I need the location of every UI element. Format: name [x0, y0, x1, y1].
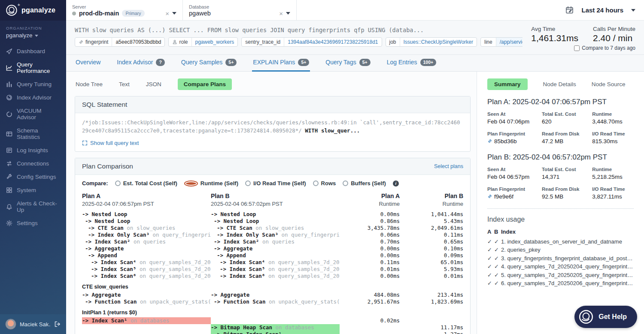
brand[interactable]: + pganalyze: [0, 0, 66, 21]
calendar-icon[interactable]: [565, 6, 574, 14]
time-range-selector[interactable]: Last 24 hours: [581, 6, 623, 14]
plan-b-node[interactable]: -> Index Scan⁴ on query_samples_7d_20250…: [211, 259, 340, 266]
plan-a-node[interactable]: -> Index Only Scan³ on query_fingerprint…: [82, 232, 211, 238]
plan-a-node[interactable]: [82, 324, 211, 331]
time-range-chevron-down-icon[interactable]: [631, 9, 635, 12]
plan-a-node[interactable]: -> Index Scan⁴ on query_samples_7d_20250…: [82, 259, 211, 266]
tab-index-advisor[interactable]: Index Advisor?: [116, 55, 165, 72]
plan-b-node[interactable]: -> Index Scan⁶ on query_samples_7d_20250…: [211, 273, 340, 280]
user-bar[interactable]: Maciek Sak…: [0, 314, 66, 334]
sidebar-item-log-insights[interactable]: Log Insights: [0, 144, 66, 157]
subtab-compare-plans[interactable]: Compare Plans: [178, 78, 232, 90]
database-clear-icon[interactable]: ×: [279, 10, 283, 17]
database-selector[interactable]: Database pgaweb ×: [183, 0, 297, 20]
radio-icon[interactable]: [245, 181, 251, 186]
compare-option-rows[interactable]: Rows: [313, 180, 336, 187]
plan-a-node[interactable]: -> Nested Loop: [82, 211, 211, 218]
query-preview[interactable]: WITH slow_queries AS (...) SELECT ... FR…: [75, 27, 522, 33]
plan-a-node[interactable]: -> Nested Loop: [82, 218, 211, 225]
plan-b-node[interactable]: -> Bitmap Index Scan¹: [211, 331, 340, 334]
index-usage-row[interactable]: ✓✓4. query_samples_7d_20250204_query_fin…: [487, 262, 634, 271]
tab-query-tags[interactable]: Query Tags5+: [325, 55, 371, 72]
index-usage-row[interactable]: ✓✓5. query_samples_7d_20250205_query_fin…: [487, 271, 634, 280]
plan-b-node[interactable]: -> Index Only Scan³ on query_fingerprint…: [211, 232, 340, 238]
plan-b-node[interactable]: -> Function Scan on unpack_query_stats(……: [211, 298, 340, 305]
radio-icon[interactable]: [313, 181, 319, 186]
server-chevron-down-icon[interactable]: [172, 12, 176, 15]
query-tag-sentry-trace-id[interactable]: sentry_trace_id1394aaf84a3e4236969172382…: [241, 37, 382, 47]
org-switcher[interactable]: ORGANIZATION pganalyze: [0, 21, 66, 43]
plan-b-node[interactable]: -> Bitmap Heap Scan on databases: [211, 324, 340, 331]
plan-b-node[interactable]: -> CTE Scan on slow_queries: [211, 225, 340, 232]
select-plans-link[interactable]: Select plans: [434, 163, 463, 169]
plan-b-node[interactable]: -> Nested Loop: [211, 218, 340, 225]
plan-a-node[interactable]: -> Index Scan¹ on databases: [82, 317, 211, 324]
query-tag-role[interactable]: rolepgaweb_workers: [168, 37, 238, 47]
details-tab-node-source[interactable]: Node Source: [592, 81, 626, 87]
plan-a-node[interactable]: -> Aggregate: [82, 292, 211, 298]
query-tag-line[interactable]: line/app/services/checks/queries/slownes…: [480, 37, 522, 47]
database-chevron-down-icon[interactable]: [286, 12, 290, 15]
sidebar-item-system[interactable]: System: [0, 184, 66, 197]
compare-option-i-o-read-time-self[interactable]: I/O Read Time (Self): [245, 180, 306, 187]
plan-b-node[interactable]: -> Aggregate: [211, 292, 340, 298]
plan-a-node[interactable]: -> Append: [82, 252, 211, 259]
plan-b-node[interactable]: -> Append: [211, 252, 340, 259]
plan-b-node[interactable]: -> Nested Loop: [211, 211, 340, 218]
plan-b-node[interactable]: -> Index Scan² on queries: [211, 238, 340, 245]
compare-option-buffers-self[interactable]: Buffers (Self): [343, 180, 386, 187]
sidebar-item-query-tuning[interactable]: Query Tuning: [0, 78, 66, 91]
query-tag-fingerprint[interactable]: fingerprinta5eec870953bdbbd: [75, 37, 165, 47]
server-selector[interactable]: Server prod-db-main Primary ×: [66, 0, 183, 20]
plan-a-node[interactable]: [82, 331, 211, 334]
tab-explain-plans[interactable]: EXPLAIN Plans5+: [252, 55, 310, 72]
sidebar-item-index-advisor[interactable]: Index Advisor: [0, 91, 66, 104]
query-tag-job[interactable]: jobIssues::CheckUpSingleWorker: [386, 37, 477, 47]
compare-7-days-input[interactable]: [574, 45, 580, 51]
plan-a-node[interactable]: -> Index Scan⁶ on query_samples_7d_20250…: [82, 273, 211, 280]
subtab-json[interactable]: JSON: [146, 81, 161, 87]
plan-a-node[interactable]: -> Index Scan⁵ on query_samples_7d_20250…: [82, 266, 211, 273]
plan-a-node[interactable]: -> CTE Scan on slow_queries: [82, 225, 211, 232]
sidebar-item-query-performance[interactable]: Query Performance: [0, 58, 66, 78]
sidebar-item-dashboard[interactable]: Dashboard: [0, 45, 66, 58]
plan-a-node[interactable]: -> Index Scan² on queries: [82, 238, 211, 245]
radio-icon[interactable]: [343, 181, 348, 186]
subtab-node-tree[interactable]: Node Tree: [76, 81, 103, 87]
compare-7-days-checkbox[interactable]: Compare to 7 days ago: [574, 45, 635, 51]
server-clear-icon[interactable]: ×: [165, 10, 169, 17]
tag-value[interactable]: /app/services/checks/queries/slowness.rb…: [496, 38, 522, 46]
compare-option-runtime-self[interactable]: Runtime (Self): [184, 180, 238, 187]
radio-icon[interactable]: [115, 181, 121, 186]
tab-overview[interactable]: Overview: [75, 55, 101, 72]
plan-b-node[interactable]: [211, 317, 340, 324]
tab-query-samples[interactable]: Query Samples5+: [180, 55, 237, 72]
sidebar-item-settings[interactable]: Settings: [0, 217, 66, 230]
plan-b-node[interactable]: -> Aggregate: [211, 245, 340, 252]
details-tab-summary[interactable]: Summary: [487, 78, 528, 90]
info-icon[interactable]: i: [393, 181, 399, 187]
plan-a-node[interactable]: -> Function Scan on unpack_query_stats(……: [82, 298, 211, 305]
sidebar-item-alerts-check-up[interactable]: Alerts & Check-Up: [0, 197, 66, 217]
index-usage-row[interactable]: ✓✓1. index_databases_on_server_id_and_da…: [487, 238, 634, 246]
plan-b-node[interactable]: -> Index Scan⁵ on query_samples_7d_20250…: [211, 266, 340, 273]
plan-a-node[interactable]: -> Aggregate: [82, 245, 211, 252]
index-usage-row[interactable]: ✓✓3. query_fingerprints_fingerprint_data…: [487, 254, 634, 263]
index-usage-row[interactable]: ✓✓6. query_samples_7d_20250206_query_fin…: [487, 279, 634, 288]
show-full-query-link[interactable]: Show full query text: [75, 136, 470, 151]
logout-icon[interactable]: [54, 321, 61, 328]
sidebar-item-connections[interactable]: Connections: [0, 157, 66, 170]
subtab-text[interactable]: Text: [119, 81, 130, 87]
tag-value[interactable]: 1394aaf84a3e423696917238225918d1: [284, 38, 381, 46]
sidebar-item-config-settings[interactable]: Config Settings: [0, 170, 66, 184]
sidebar-item-schema-statistics[interactable]: Schema Statistics: [0, 124, 66, 144]
radio-icon[interactable]: [184, 181, 198, 187]
get-help-button[interactable]: Get Help: [574, 306, 637, 328]
details-tab-node-details[interactable]: Node Details: [543, 81, 576, 87]
compare-option-est-total-cost-self[interactable]: Est. Total Cost (Self): [115, 180, 177, 187]
index-usage-row[interactable]: ✓✓2. queries_pkey: [487, 246, 634, 254]
tag-value[interactable]: Issues::CheckUpSingleWorker: [400, 38, 477, 46]
tab-log-entries[interactable]: Log Entries100+: [386, 55, 437, 72]
tag-value[interactable]: pgaweb_workers: [192, 38, 238, 46]
sidebar-item-vacuum-advisor[interactable]: VACUUM Advisor: [0, 104, 66, 124]
